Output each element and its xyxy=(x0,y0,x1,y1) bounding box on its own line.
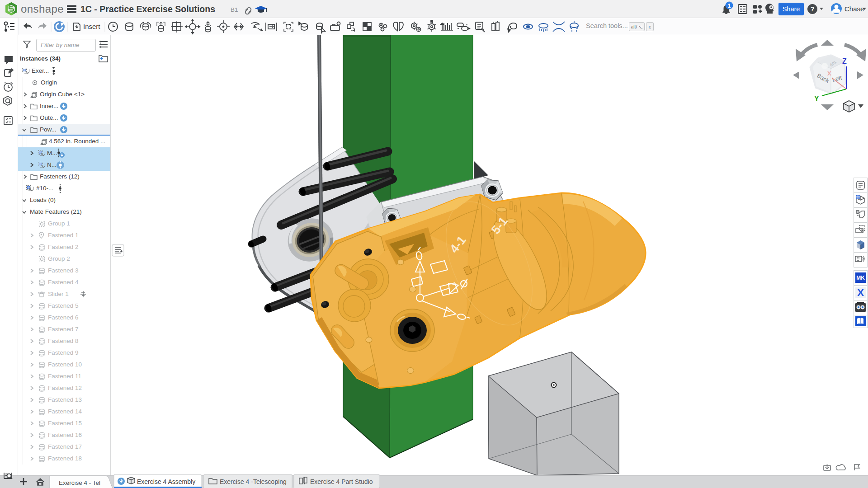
svg-text:Insert: Insert xyxy=(83,23,100,30)
svg-text:Exercise 4 Part Studio: Exercise 4 Part Studio xyxy=(310,478,373,485)
svg-text:Share: Share xyxy=(783,5,800,13)
svg-text:X: X xyxy=(827,70,831,77)
svg-text:Z: Z xyxy=(842,57,847,65)
svg-text:Exercise 4 Assembly: Exercise 4 Assembly xyxy=(137,478,195,485)
svg-text:Chase: Chase xyxy=(844,5,864,13)
svg-text:B1: B1 xyxy=(231,6,238,13)
svg-text:X: X xyxy=(857,287,864,298)
svg-text:Y: Y xyxy=(814,95,819,103)
svg-text:Exercise 4 -Telescoping: Exercise 4 -Telescoping xyxy=(220,478,287,485)
svg-text:MK: MK xyxy=(856,275,865,281)
svg-text:onshape: onshape xyxy=(21,3,64,15)
svg-text:1C - Practice Exercise Solutio: 1C - Practice Exercise Solutions xyxy=(80,4,215,14)
svg-text:1: 1 xyxy=(728,3,731,9)
svg-text:?: ? xyxy=(811,5,815,13)
svg-text:Exercise 4 - Tel: Exercise 4 - Tel xyxy=(59,479,100,486)
